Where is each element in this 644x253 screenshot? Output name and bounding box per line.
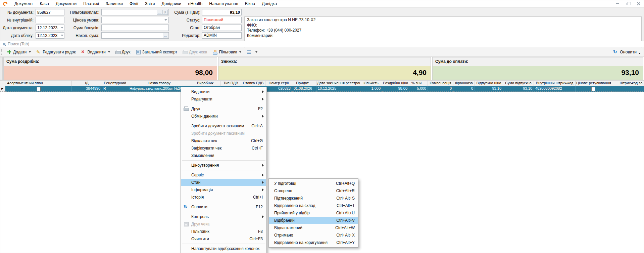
- submenu-item[interactable]: Отримано Ctrl+Alt+X: [269, 231, 358, 239]
- table-column-header[interactable]: Сума відпускна: [503, 81, 534, 86]
- table-column-header[interactable]: Виробник: [190, 81, 220, 86]
- table-column-header[interactable]: Внутрішній штрих-код: [534, 81, 576, 86]
- context-menu-item[interactable]: Зафіксувати чек Ctrl+F: [181, 144, 266, 152]
- submenu-item[interactable]: Відвантажений Ctrl+Alt+W: [269, 224, 358, 231]
- beneficiary-clear-button[interactable]: X: [162, 10, 168, 15]
- toolbar-button[interactable]: Редагувати рядок: [34, 48, 78, 56]
- close-button[interactable]: [633, 0, 644, 7]
- context-menu-item[interactable]: Оновити F12: [181, 203, 266, 211]
- doc-number-input[interactable]: [36, 9, 64, 15]
- table-column-header[interactable]: Номер серії: [265, 81, 292, 86]
- context-menu-item[interactable]: Зробити документ активним Ctrl+A: [181, 122, 266, 130]
- submenu-item[interactable]: Підтверджений Ctrl+Alt+S: [269, 195, 358, 202]
- accum-sum-lookup-button[interactable]: ...: [163, 33, 168, 38]
- context-menu-item[interactable]: Інформація: [181, 186, 266, 194]
- submenu-item[interactable]: Прийнятий у відбір Ctrl+Alt+U: [269, 209, 358, 217]
- toolbar-button[interactable]: Пільговик: [210, 48, 244, 56]
- table-column-header[interactable]: Відпускна ціна: [475, 81, 503, 86]
- table-column-header[interactable]: Назва товару: [128, 81, 190, 86]
- account-date-input[interactable]: [36, 32, 64, 39]
- left-collapsed-panel[interactable]: [0, 57, 3, 80]
- menubar-item[interactable]: Залишки: [102, 0, 126, 7]
- context-menu-item[interactable]: Стан: [181, 179, 266, 186]
- bonus-sum-input[interactable]: [101, 25, 169, 31]
- menubar-item[interactable]: Звіти: [142, 0, 158, 7]
- submenu-item[interactable]: Створено Ctrl+Alt+R: [269, 187, 358, 195]
- table-column-header[interactable]: Дата закінчення реєстрації: [316, 81, 360, 86]
- table-column-header[interactable]: Компенсація: [428, 81, 453, 86]
- table-column-header[interactable]: ІД: [72, 81, 102, 86]
- refresh-dropdown-caret-icon[interactable]: [639, 53, 641, 54]
- context-menu-item[interactable]: Відкласти чек Ctrl+G: [181, 137, 266, 144]
- context-menu-item[interactable]: Ціноутворення: [181, 162, 266, 169]
- context-menu-item[interactable]: [182, 160, 265, 161]
- menubar-item[interactable]: Каса: [36, 0, 52, 7]
- context-menu-item[interactable]: [182, 121, 265, 121]
- table-column-header[interactable]: Асортиментний план: [5, 81, 72, 86]
- context-menu-item[interactable]: Видалити: [181, 88, 266, 95]
- internal-number-input[interactable]: [36, 17, 64, 23]
- minimize-button[interactable]: [612, 0, 623, 7]
- menubar-item[interactable]: Платежі: [80, 0, 102, 7]
- row-checkbox[interactable]: [37, 87, 41, 91]
- context-menu-item[interactable]: Замовлення: [181, 152, 266, 159]
- menubar-item[interactable]: Вікна: [242, 0, 258, 7]
- menubar-item[interactable]: Налаштування: [206, 0, 241, 7]
- beneficiary-lookup-button[interactable]: ...: [157, 10, 162, 15]
- submenu-item[interactable]: У підготовці Ctrl+Alt+Q: [269, 180, 358, 187]
- context-menu-item[interactable]: [182, 170, 265, 170]
- context-menu-item[interactable]: Очистити Ctrl+F3: [181, 235, 266, 243]
- table-column-header[interactable]: ☰: [0, 81, 5, 86]
- menubar-item[interactable]: Довідники: [158, 0, 185, 7]
- search-bar[interactable]: Поиск (Tab): [1, 41, 643, 47]
- toolbar-button[interactable]: Видалити: [78, 48, 112, 56]
- table-column-header[interactable]: Роздрібна ціна: [382, 81, 409, 86]
- table-column-header[interactable]: Тип ПДВ: [220, 81, 241, 86]
- restore-button[interactable]: [623, 0, 633, 7]
- menubar-item[interactable]: Філії: [126, 0, 142, 7]
- context-menu-item[interactable]: [182, 104, 265, 104]
- context-menu-item[interactable]: Контроль: [181, 213, 266, 220]
- table-column-header[interactable]: % зни…: [409, 81, 428, 86]
- submenu-item[interactable]: Відправлено на коригування Ctrl+Alt+Y: [269, 239, 358, 246]
- menubar-item[interactable]: Документи: [52, 0, 80, 7]
- context-menu-item[interactable]: Зробити документ пасивним: [181, 130, 266, 137]
- table-column-header[interactable]: Рецептурний: [102, 81, 128, 86]
- table-column-header[interactable]: Кількість: [360, 81, 382, 86]
- accum-sum-input[interactable]: [101, 32, 169, 39]
- context-menu-item[interactable]: Сервіс: [181, 171, 266, 179]
- price-condition-select[interactable]: [101, 17, 169, 23]
- submenu-item[interactable]: Відправлено на склад Ctrl+Alt+T: [269, 202, 358, 209]
- context-menu-item[interactable]: Історія Ctrl+I: [181, 194, 266, 201]
- context-menu-item[interactable]: Редагувати: [181, 95, 266, 103]
- context-menu-item[interactable]: Пільговик F3: [181, 228, 266, 235]
- refresh-button[interactable]: Оновити: [613, 50, 641, 54]
- table-column-header[interactable]: Франшиза: [453, 81, 475, 86]
- toolbar-button[interactable]: [244, 48, 260, 56]
- menubar-item[interactable]: Документ: [11, 0, 36, 7]
- context-menu-item[interactable]: Друк чека: [181, 220, 266, 228]
- context-menu-item[interactable]: [182, 202, 265, 202]
- context-menu-item[interactable]: Друк F2: [181, 105, 266, 113]
- submenu-item[interactable]: Відібраний Ctrl+Alt+V: [269, 217, 358, 224]
- table-column-header[interactable]: Штрих-код за: [611, 81, 644, 86]
- toolbar-button[interactable]: Друк чека: [180, 48, 210, 56]
- table-column-header[interactable]: Придат…: [292, 81, 316, 86]
- toolbar-button[interactable]: Загальний експорт: [133, 48, 180, 56]
- doc-date-input[interactable]: [36, 25, 64, 31]
- context-menu-item[interactable]: Обмін даними: [181, 113, 266, 120]
- context-menu-item[interactable]: [182, 212, 265, 212]
- menubar-item[interactable]: eHealth: [185, 0, 206, 7]
- toolbar-button[interactable]: Додати: [4, 48, 34, 56]
- toolbar-button[interactable]: Друк: [113, 48, 133, 56]
- context-menu-item[interactable]: [182, 244, 265, 244]
- table-column-header[interactable]: Цінове регулювання: [576, 81, 611, 86]
- table-column-header[interactable]: Ставка ПДВ: [241, 81, 265, 86]
- submenu-item-label: Відправлено на склад: [274, 203, 315, 208]
- row-checkbox[interactable]: [591, 87, 595, 91]
- sum-vat-input[interactable]: [202, 9, 242, 15]
- menubar-item[interactable]: Довідка: [258, 0, 280, 7]
- table-row[interactable]: 3844990 R Ніфуроксазид капс.200мг №20 02…: [0, 86, 644, 92]
- search-placeholder: Поиск (Tab): [8, 42, 29, 46]
- context-menu-item[interactable]: Налаштувати відображення колонок: [181, 245, 266, 252]
